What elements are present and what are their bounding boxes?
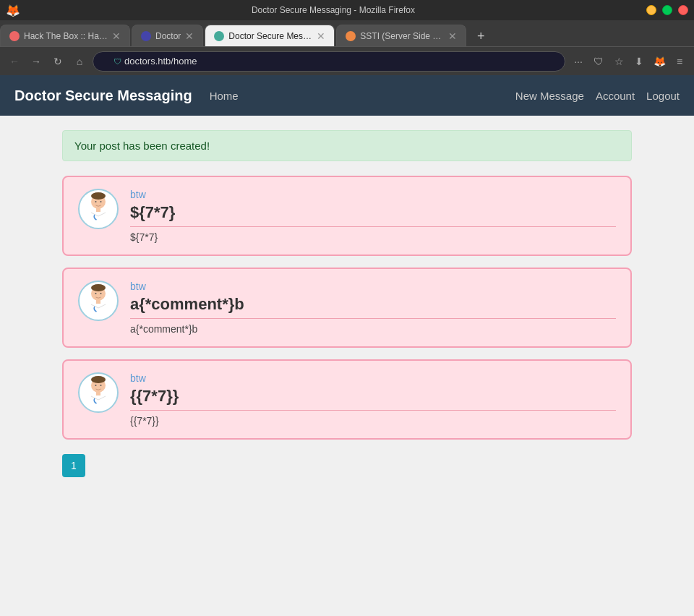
- post-author-2: btw: [130, 281, 616, 292]
- navbar: Doctor Secure Messaging Home New Message…: [0, 75, 694, 116]
- post-body-1: btw ${7*7} ${7*7}: [130, 189, 616, 243]
- doctor-avatar-icon: [80, 283, 116, 319]
- forward-button[interactable]: →: [27, 53, 45, 70]
- close-button[interactable]: [678, 5, 688, 15]
- tab-close-icon[interactable]: ✕: [448, 30, 457, 42]
- window-title: Doctor Secure Messaging - Mozilla Firefo…: [20, 5, 646, 15]
- page-1-button[interactable]: 1: [62, 454, 85, 477]
- post-title-3: {{7*7}}: [130, 387, 616, 411]
- svg-point-7: [91, 284, 106, 291]
- main-content: Your post has been created!: [51, 116, 643, 492]
- tab-favicon: [9, 31, 20, 41]
- post-card-3: btw {{7*7}} {{7*7}}: [62, 359, 632, 440]
- post-author-1: btw: [130, 189, 616, 200]
- doctor-avatar-icon: [80, 375, 116, 411]
- post-body-3: btw {{7*7}} {{7*7}}: [130, 372, 616, 427]
- pagination: 1: [62, 454, 632, 477]
- svg-point-16: [100, 385, 102, 386]
- post-title-1: ${7*7}: [130, 203, 616, 227]
- svg-point-9: [95, 293, 97, 294]
- doctor-avatar-icon: [80, 191, 116, 227]
- tab-doctor[interactable]: Doctor ✕: [132, 25, 203, 46]
- navbar-brand: Doctor Secure Messaging: [14, 87, 192, 104]
- nav-account[interactable]: Account: [596, 90, 635, 102]
- home-button[interactable]: ⌂: [71, 53, 88, 70]
- svg-point-10: [100, 293, 102, 294]
- reload-button[interactable]: ↻: [49, 53, 67, 70]
- shield-icon: 🛡: [113, 57, 121, 66]
- post-avatar-3: [78, 372, 119, 413]
- post-title-2: a{*comment*}b: [130, 295, 616, 319]
- page-content: Doctor Secure Messaging Home New Message…: [0, 75, 694, 581]
- nav-home[interactable]: Home: [210, 90, 239, 102]
- svg-point-1: [91, 192, 106, 200]
- bookmark-button[interactable]: ☆: [610, 53, 627, 70]
- success-alert: Your post has been created!: [62, 130, 632, 161]
- svg-rect-17: [96, 392, 100, 395]
- tab-label: Hack The Box :: Hack The...: [24, 31, 108, 41]
- post-body-2: btw a{*comment*}b a{*comment*}b: [130, 281, 616, 335]
- svg-rect-5: [96, 208, 100, 212]
- svg-point-4: [100, 201, 102, 202]
- window-controls: 🦊: [6, 4, 20, 17]
- tab-bar: Hack The Box :: Hack The... ✕ Doctor ✕ D…: [0, 20, 694, 46]
- new-tab-button[interactable]: +: [471, 26, 491, 46]
- tab-favicon: [346, 31, 356, 41]
- tab-favicon: [214, 31, 224, 41]
- page-number: 1: [71, 460, 77, 471]
- post-content-3: {{7*7}}: [130, 415, 616, 427]
- reload-icon: ↻: [53, 56, 62, 67]
- alert-message: Your post has been created!: [74, 140, 210, 152]
- navbar-right: New Message Account Logout: [515, 90, 680, 102]
- tab-close-icon[interactable]: ✕: [112, 30, 121, 42]
- tab-hackthebox[interactable]: Hack The Box :: Hack The... ✕: [0, 25, 130, 46]
- firefox-button[interactable]: 🦊: [651, 53, 668, 70]
- back-button[interactable]: ←: [6, 53, 23, 70]
- address-bar-icons: ··· 🛡 ☆ ⬇ 🦊 ≡: [570, 53, 688, 70]
- tab-label: Doctor: [155, 31, 181, 41]
- tab-close-icon[interactable]: ✕: [185, 30, 194, 42]
- svg-point-15: [95, 385, 97, 386]
- post-avatar-1: [78, 189, 119, 229]
- tab-label: SSTI (Server Side Templa...: [360, 31, 444, 41]
- tab-favicon: [141, 31, 151, 41]
- post-content-1: ${7*7}: [130, 231, 616, 243]
- post-content-2: a{*comment*}b: [130, 323, 616, 335]
- tab-ssti[interactable]: SSTI (Server Side Templa... ✕: [336, 25, 466, 46]
- nav-new-message[interactable]: New Message: [515, 90, 584, 102]
- post-author-3: btw: [130, 372, 616, 384]
- more-button[interactable]: ···: [570, 53, 587, 70]
- menu-button[interactable]: ≡: [671, 53, 688, 70]
- tab-close-icon[interactable]: ✕: [317, 30, 325, 42]
- forward-icon: →: [31, 56, 41, 67]
- tab-label: Doctor Secure Messaging: [228, 31, 312, 41]
- back-icon: ←: [9, 56, 20, 67]
- address-bar: ← → ↻ ⌂ 🛡 doctors.htb/home ··· 🛡 ☆ ⬇ 🦊 ≡: [0, 46, 694, 75]
- url-text: doctors.htb/home: [124, 56, 197, 67]
- title-bar: 🦊 Doctor Secure Messaging - Mozilla Fire…: [0, 0, 694, 20]
- home-icon: ⌂: [77, 56, 82, 67]
- tab-doctor-secure-messaging[interactable]: Doctor Secure Messaging ✕: [205, 25, 335, 46]
- browser-window: 🦊 Doctor Secure Messaging - Mozilla Fire…: [0, 0, 694, 581]
- url-bar[interactable]: 🛡 doctors.htb/home: [93, 51, 565, 72]
- post-card-2: btw a{*comment*}b a{*comment*}b: [62, 268, 632, 348]
- post-card-1: btw ${7*7} ${7*7}: [62, 176, 632, 256]
- svg-point-3: [95, 201, 97, 202]
- navbar-links: Home: [210, 90, 239, 102]
- minimize-button[interactable]: [646, 5, 656, 15]
- svg-point-13: [91, 376, 106, 383]
- download-button[interactable]: ⬇: [630, 53, 648, 70]
- nav-logout[interactable]: Logout: [646, 90, 680, 102]
- svg-rect-11: [96, 300, 100, 304]
- post-avatar-2: [78, 281, 119, 321]
- maximize-button[interactable]: [662, 5, 672, 15]
- shield-button[interactable]: 🛡: [590, 53, 607, 70]
